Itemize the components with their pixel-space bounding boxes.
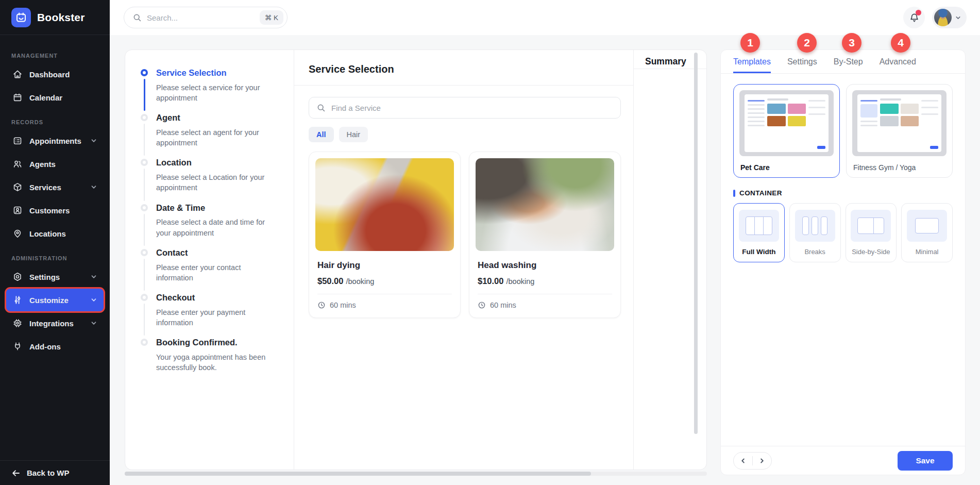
- step-connector: [144, 169, 145, 200]
- agents-icon: [12, 159, 23, 169]
- service-card-hair-dying[interactable]: Hair dying $50.00 /booking 60 mins: [309, 152, 461, 318]
- annotation-badge-4: 4: [891, 33, 910, 53]
- customize-sliders-icon: [12, 295, 23, 305]
- service-price: $10.00: [478, 276, 503, 286]
- step-location[interactable]: Location Please select a Location for yo…: [141, 157, 280, 202]
- container-option-breaks[interactable]: Breaks: [789, 203, 841, 262]
- search-input[interactable]: [147, 13, 255, 22]
- chevron-down-icon: [90, 296, 97, 304]
- service-search-input[interactable]: [331, 104, 613, 112]
- container-option-full-width[interactable]: Full Width: [733, 203, 785, 262]
- step-dot: [141, 69, 148, 76]
- service-search[interactable]: [309, 97, 621, 119]
- container-options: Full Width Breaks Side-by-Side Minimal: [733, 203, 953, 262]
- step-dot: [141, 294, 148, 301]
- template-card-pet-care[interactable]: Pet Care: [733, 84, 840, 178]
- notifications-button[interactable]: [903, 7, 925, 28]
- service-cards: Hair dying $50.00 /booking 60 mins: [309, 152, 621, 318]
- settings-icon: [12, 272, 23, 282]
- step-booking-confirmed[interactable]: Booking Confirmed. Your yoga appointment…: [141, 337, 280, 382]
- booking-preview: Service Selection Please select a servic…: [125, 49, 707, 470]
- sidebar-item-settings[interactable]: Settings: [6, 265, 104, 288]
- step-service-selection[interactable]: Service Selection Please select a servic…: [141, 68, 280, 112]
- sidebar-item-locations[interactable]: Locations: [6, 222, 104, 245]
- step-dot: [141, 204, 148, 211]
- side-by-side-layout-icon: [851, 210, 891, 242]
- appointments-icon: [12, 136, 23, 146]
- chevron-down-icon: [90, 320, 97, 327]
- chevron-down-icon: [90, 183, 97, 191]
- sidebar-item-customers[interactable]: Customers: [6, 199, 104, 222]
- sidebar-item-integrations[interactable]: Integrations: [6, 312, 104, 335]
- breaks-layout-icon: [795, 210, 835, 242]
- addons-plug-icon: [12, 341, 23, 352]
- chevron-down-icon: [955, 14, 961, 21]
- filter-hair[interactable]: Hair: [339, 127, 368, 142]
- sidebar-item-dashboard[interactable]: Dashboard: [6, 63, 104, 86]
- back-to-wp-link[interactable]: Back to WP: [0, 460, 110, 485]
- tab-advanced[interactable]: Advanced: [880, 57, 916, 73]
- sidebar-item-customize[interactable]: Customize: [6, 289, 104, 311]
- vertical-scrollbar[interactable]: [694, 53, 698, 450]
- scrollbar-thumb[interactable]: [694, 53, 698, 434]
- search-icon: [316, 103, 326, 112]
- panel-footer: Save: [721, 446, 965, 475]
- sidebar-item-addons[interactable]: Add-ons: [6, 335, 104, 358]
- template-card-fitness-gym-yoga[interactable]: Fitness Gym / Yoga: [846, 84, 953, 178]
- section-accent-bar: [733, 190, 735, 197]
- sidebar-item-agents[interactable]: Agents: [6, 153, 104, 175]
- home-icon: [12, 69, 23, 79]
- service-image-hair-dying: [315, 158, 454, 251]
- pager-next-button[interactable]: [753, 452, 771, 470]
- save-button[interactable]: Save: [898, 451, 953, 471]
- sidebar-item-services[interactable]: Services: [6, 176, 104, 198]
- container-option-minimal[interactable]: Minimal: [901, 203, 953, 262]
- step-date-time[interactable]: Date & Time Please select a date and tim…: [141, 203, 280, 247]
- summary-title: Summary: [645, 56, 686, 66]
- locations-icon: [12, 228, 23, 239]
- sidebar-item-appointments[interactable]: Appointments: [6, 129, 104, 152]
- tab-templates[interactable]: Templates: [733, 57, 771, 73]
- step-dot: [141, 159, 148, 166]
- user-menu[interactable]: [932, 7, 967, 28]
- service-price-unit: /booking: [506, 277, 534, 286]
- horizontal-scrollbar[interactable]: [125, 472, 707, 476]
- notification-dot: [916, 10, 921, 15]
- step-connector: [144, 304, 145, 336]
- service-price: $50.00: [317, 276, 343, 286]
- annotation-badge-1: 1: [740, 33, 760, 53]
- chevron-down-icon: [90, 273, 97, 280]
- annotation-badge-3: 3: [842, 33, 861, 53]
- avatar: [934, 9, 952, 26]
- summary-panel: Summary: [634, 50, 706, 470]
- template-thumbnail: [852, 90, 947, 156]
- step-agent[interactable]: Agent Please select an agent for your ap…: [141, 112, 280, 157]
- container-option-side-by-side[interactable]: Side-by-Side: [846, 203, 897, 262]
- step-checkout[interactable]: Checkout Please enter your payment infor…: [141, 292, 280, 337]
- step-contact[interactable]: Contact Please enter your contact inform…: [141, 247, 280, 292]
- global-search[interactable]: ⌘ K: [124, 7, 288, 28]
- minimal-layout-icon: [907, 210, 947, 242]
- step-connector: [144, 259, 145, 291]
- customers-icon: [12, 205, 23, 215]
- services-icon: [12, 182, 23, 192]
- tab-settings[interactable]: Settings: [787, 57, 817, 73]
- service-card-head-washing[interactable]: Head washing $10.00 /booking 60 mins: [469, 152, 621, 318]
- keyboard-shortcut-badge: ⌘ K: [260, 10, 283, 25]
- app-title: Bookster: [37, 11, 85, 24]
- annotation-badge-2: 2: [797, 33, 817, 53]
- sidebar: Bookster MANAGEMENT Dashboard Calendar R…: [0, 0, 110, 485]
- sidebar-nav: MANAGEMENT Dashboard Calendar RECORDS: [0, 35, 110, 460]
- customize-panel: 1 2 3 4 Templates Settings By-Step Advan…: [720, 49, 966, 475]
- pager-previous-button[interactable]: [734, 452, 752, 470]
- sidebar-item-calendar[interactable]: Calendar: [6, 86, 104, 109]
- tab-by-step[interactable]: By-Step: [834, 57, 863, 73]
- filter-all[interactable]: All: [309, 127, 334, 142]
- section-label-records: RECORDS: [11, 119, 98, 125]
- scrollbar-thumb[interactable]: [125, 472, 591, 476]
- calendar-icon: [12, 92, 23, 103]
- wizard-content: Service Selection All Hair Hair dying: [294, 50, 634, 470]
- wizard-steps: Service Selection Please select a servic…: [125, 50, 294, 470]
- step-connector: [144, 79, 145, 111]
- step-dot: [141, 249, 148, 256]
